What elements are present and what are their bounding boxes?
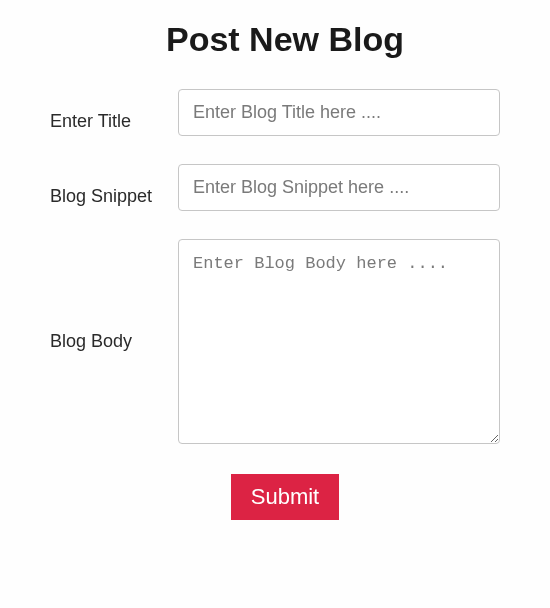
submit-button[interactable]: Submit (231, 474, 339, 520)
title-label: Enter Title (50, 111, 160, 136)
body-row: Blog Body (50, 239, 500, 444)
submit-row: Submit (70, 474, 500, 520)
page-title: Post New Blog (70, 20, 500, 59)
snippet-input[interactable] (178, 164, 500, 211)
body-label: Blog Body (50, 331, 160, 352)
snippet-label: Blog Snippet (50, 186, 160, 211)
title-row: Enter Title (50, 89, 500, 136)
body-textarea[interactable] (178, 239, 500, 444)
snippet-row: Blog Snippet (50, 164, 500, 211)
title-input[interactable] (178, 89, 500, 136)
